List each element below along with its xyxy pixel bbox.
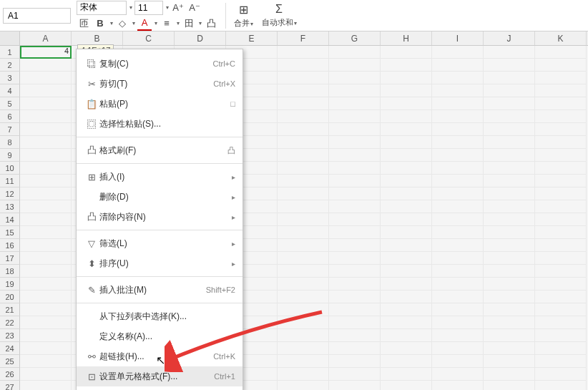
cell[interactable] [20, 329, 72, 342]
cell[interactable] [278, 265, 329, 278]
cell[interactable] [381, 252, 432, 265]
cell[interactable] [484, 149, 535, 162]
cell[interactable] [329, 265, 381, 278]
cell[interactable] [329, 175, 381, 187]
cell[interactable] [432, 329, 484, 342]
cell[interactable] [432, 59, 484, 72]
cell[interactable] [278, 239, 329, 252]
cell[interactable] [381, 342, 432, 355]
cell[interactable] [381, 278, 432, 291]
cell[interactable] [535, 278, 587, 291]
cell[interactable] [535, 162, 587, 175]
row-header[interactable]: 9 [0, 149, 20, 162]
cell[interactable] [329, 355, 381, 368]
cell[interactable] [329, 252, 381, 265]
cell[interactable] [381, 329, 432, 342]
cell[interactable] [535, 265, 587, 278]
cell[interactable] [278, 355, 329, 368]
select-all-corner[interactable] [0, 31, 20, 45]
cell[interactable] [278, 291, 329, 303]
cell[interactable] [432, 316, 484, 329]
cell[interactable] [278, 149, 329, 162]
cell[interactable] [329, 110, 381, 123]
row-header[interactable]: 2 [0, 59, 20, 72]
cell[interactable] [278, 226, 329, 239]
cell[interactable] [484, 97, 535, 110]
cell[interactable] [329, 213, 381, 226]
cell[interactable] [432, 72, 484, 84]
row-header[interactable]: 1 [0, 46, 20, 59]
cell[interactable] [381, 200, 432, 213]
row-header[interactable]: 5 [0, 97, 20, 110]
row-header[interactable]: 4 [0, 84, 20, 97]
cell[interactable] [381, 110, 432, 123]
cell[interactable] [20, 368, 72, 381]
cell[interactable] [278, 72, 329, 84]
row-header[interactable]: 24 [0, 342, 20, 355]
menu-item[interactable]: ⬍排序(U)▸ [77, 253, 242, 273]
cell[interactable] [329, 149, 381, 162]
box-button[interactable]: 匝 [77, 16, 91, 31]
cell[interactable] [432, 342, 484, 355]
cell[interactable] [535, 200, 587, 213]
cell[interactable] [381, 149, 432, 162]
cell[interactable] [329, 329, 381, 342]
column-header[interactable]: H [381, 31, 432, 45]
column-header[interactable]: G [329, 31, 381, 45]
cell[interactable] [535, 175, 587, 187]
cell[interactable] [484, 46, 535, 59]
cell[interactable] [329, 123, 381, 136]
cell[interactable] [329, 291, 381, 303]
row-header[interactable]: 10 [0, 162, 20, 175]
cell[interactable] [484, 187, 535, 200]
cell[interactable] [484, 342, 535, 355]
cell[interactable]: 4 [20, 46, 72, 59]
cell[interactable] [484, 278, 535, 291]
row-header[interactable]: 25 [0, 355, 20, 368]
fill-color-button[interactable]: ◇ [115, 16, 129, 31]
cell[interactable] [278, 213, 329, 226]
cell[interactable] [20, 136, 72, 149]
cell[interactable] [381, 213, 432, 226]
cell[interactable] [535, 342, 587, 355]
cell[interactable] [278, 175, 329, 187]
cell-reference-input[interactable] [3, 8, 71, 24]
cell[interactable] [535, 368, 587, 381]
cell[interactable] [432, 136, 484, 149]
menu-item[interactable]: ⿴选择性粘贴(S)... [77, 114, 242, 134]
row-header[interactable]: 16 [0, 239, 20, 252]
cell[interactable] [20, 59, 72, 72]
cell[interactable] [278, 368, 329, 381]
cell[interactable] [484, 381, 535, 390]
cell[interactable] [484, 136, 535, 149]
cell[interactable] [484, 239, 535, 252]
cell[interactable] [484, 110, 535, 123]
menu-item[interactable]: ⚯超链接(H)...Ctrl+K [77, 346, 242, 366]
cell[interactable] [278, 342, 329, 355]
cell[interactable] [432, 213, 484, 226]
cell[interactable] [432, 291, 484, 303]
column-header[interactable]: C [123, 31, 175, 45]
cell[interactable] [329, 72, 381, 84]
cell[interactable] [20, 213, 72, 226]
cell[interactable] [329, 278, 381, 291]
menu-item[interactable]: ⿻复制(C)Ctrl+C [77, 54, 242, 74]
cell[interactable] [20, 381, 72, 390]
cell[interactable] [432, 97, 484, 110]
column-header[interactable]: B [72, 31, 123, 45]
cell[interactable] [484, 329, 535, 342]
cell[interactable] [329, 368, 381, 381]
column-header[interactable]: I [432, 31, 484, 45]
cell[interactable] [329, 303, 381, 316]
cell[interactable] [381, 136, 432, 149]
autosum-button[interactable]: Σ 自动求和▾ [258, 1, 300, 30]
merge-cells-button[interactable]: ⊞ 合并▾ [229, 1, 258, 30]
menu-item[interactable]: ✎插入批注(M)Shift+F2 [77, 280, 242, 300]
font-name-select[interactable] [77, 1, 127, 15]
cell[interactable] [535, 291, 587, 303]
row-header[interactable]: 19 [0, 278, 20, 291]
cell[interactable] [432, 368, 484, 381]
cell[interactable] [535, 303, 587, 316]
menu-item[interactable]: 📋粘贴(P)□ [77, 94, 242, 114]
cell[interactable] [20, 252, 72, 265]
